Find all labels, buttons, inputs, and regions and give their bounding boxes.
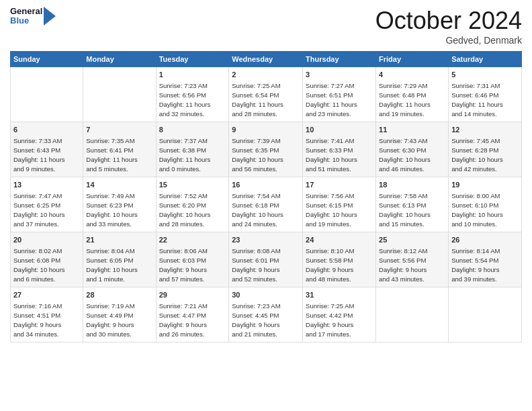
day-number: 21 [86, 235, 152, 245]
svg-marker-0 [44, 7, 56, 26]
day-number: 28 [86, 290, 152, 300]
table-row: 6Sunrise: 7:33 AM Sunset: 6:43 PM Daylig… [11, 122, 83, 177]
day-info: Sunrise: 8:04 AM Sunset: 6:05 PM Dayligh… [86, 246, 152, 283]
month-title: October 2024 [375, 7, 522, 35]
day-number: 7 [86, 125, 152, 135]
table-row [376, 287, 449, 342]
calendar-week-row: 27Sunrise: 7:16 AM Sunset: 4:51 PM Dayli… [11, 287, 522, 342]
day-info: Sunrise: 7:39 AM Sunset: 6:35 PM Dayligh… [232, 136, 300, 173]
col-saturday: Saturday [449, 52, 522, 67]
day-number: 29 [159, 290, 226, 300]
logo-arrow-icon [44, 7, 56, 26]
table-row: 25Sunrise: 8:12 AM Sunset: 5:56 PM Dayli… [376, 232, 449, 287]
day-number: 5 [451, 70, 519, 80]
day-number: 14 [86, 180, 152, 190]
day-info: Sunrise: 7:27 AM Sunset: 6:51 PM Dayligh… [306, 81, 373, 118]
day-number: 17 [306, 180, 373, 190]
col-sunday: Sunday [11, 52, 83, 67]
table-row [449, 287, 522, 342]
calendar: Sunday Monday Tuesday Wednesday Thursday… [10, 51, 522, 342]
day-info: Sunrise: 7:52 AM Sunset: 6:20 PM Dayligh… [159, 191, 226, 228]
table-row: 18Sunrise: 7:58 AM Sunset: 6:13 PM Dayli… [376, 177, 449, 232]
table-row [83, 67, 156, 122]
calendar-header-row: Sunday Monday Tuesday Wednesday Thursday… [11, 52, 522, 67]
title-area: October 2024 Gedved, Denmark [375, 7, 522, 46]
day-number: 26 [451, 235, 519, 245]
table-row: 26Sunrise: 8:14 AM Sunset: 5:54 PM Dayli… [449, 232, 522, 287]
table-row: 2Sunrise: 7:25 AM Sunset: 6:54 PM Daylig… [229, 67, 303, 122]
calendar-week-row: 1Sunrise: 7:23 AM Sunset: 6:56 PM Daylig… [11, 67, 522, 122]
header: General Blue October 2024 Gedved, Denmar… [10, 7, 522, 46]
day-number: 4 [379, 70, 445, 80]
calendar-week-row: 6Sunrise: 7:33 AM Sunset: 6:43 PM Daylig… [11, 122, 522, 177]
table-row: 21Sunrise: 8:04 AM Sunset: 6:05 PM Dayli… [83, 232, 156, 287]
day-info: Sunrise: 7:25 AM Sunset: 6:54 PM Dayligh… [232, 81, 300, 118]
table-row: 24Sunrise: 8:10 AM Sunset: 5:58 PM Dayli… [303, 232, 376, 287]
day-info: Sunrise: 7:33 AM Sunset: 6:43 PM Dayligh… [13, 136, 80, 173]
day-info: Sunrise: 7:21 AM Sunset: 4:47 PM Dayligh… [159, 302, 226, 338]
logo: General Blue [10, 7, 56, 26]
table-row [11, 67, 83, 122]
table-row: 11Sunrise: 7:43 AM Sunset: 6:30 PM Dayli… [376, 122, 449, 177]
day-info: Sunrise: 7:47 AM Sunset: 6:25 PM Dayligh… [13, 191, 80, 228]
day-number: 23 [232, 235, 300, 245]
day-number: 6 [13, 125, 80, 135]
table-row: 14Sunrise: 7:49 AM Sunset: 6:23 PM Dayli… [83, 177, 156, 232]
calendar-body: 1Sunrise: 7:23 AM Sunset: 6:56 PM Daylig… [11, 67, 522, 342]
day-number: 25 [379, 235, 445, 245]
day-info: Sunrise: 8:14 AM Sunset: 5:54 PM Dayligh… [451, 246, 519, 283]
day-number: 12 [451, 125, 519, 135]
table-row: 12Sunrise: 7:45 AM Sunset: 6:28 PM Dayli… [449, 122, 522, 177]
day-number: 3 [306, 70, 373, 80]
table-row: 1Sunrise: 7:23 AM Sunset: 6:56 PM Daylig… [156, 67, 229, 122]
day-number: 9 [232, 125, 300, 135]
day-info: Sunrise: 7:16 AM Sunset: 4:51 PM Dayligh… [13, 302, 80, 338]
day-number: 13 [13, 180, 80, 190]
table-row: 17Sunrise: 7:56 AM Sunset: 6:15 PM Dayli… [303, 177, 376, 232]
table-row: 13Sunrise: 7:47 AM Sunset: 6:25 PM Dayli… [11, 177, 83, 232]
day-number: 30 [232, 290, 300, 300]
day-info: Sunrise: 7:54 AM Sunset: 6:18 PM Dayligh… [232, 191, 300, 228]
day-info: Sunrise: 8:02 AM Sunset: 6:08 PM Dayligh… [13, 246, 80, 283]
table-row: 16Sunrise: 7:54 AM Sunset: 6:18 PM Dayli… [229, 177, 303, 232]
day-info: Sunrise: 7:23 AM Sunset: 6:56 PM Dayligh… [159, 81, 226, 118]
day-info: Sunrise: 7:41 AM Sunset: 6:33 PM Dayligh… [306, 136, 373, 173]
day-number: 27 [13, 290, 80, 300]
calendar-week-row: 20Sunrise: 8:02 AM Sunset: 6:08 PM Dayli… [11, 232, 522, 287]
day-number: 1 [159, 70, 226, 80]
day-info: Sunrise: 7:25 AM Sunset: 4:42 PM Dayligh… [306, 302, 373, 338]
table-row: 9Sunrise: 7:39 AM Sunset: 6:35 PM Daylig… [229, 122, 303, 177]
day-number: 31 [306, 290, 373, 300]
table-row: 28Sunrise: 7:19 AM Sunset: 4:49 PM Dayli… [83, 287, 156, 342]
table-row: 31Sunrise: 7:25 AM Sunset: 4:42 PM Dayli… [303, 287, 376, 342]
day-number: 24 [306, 235, 373, 245]
table-row: 22Sunrise: 8:06 AM Sunset: 6:03 PM Dayli… [156, 232, 229, 287]
day-info: Sunrise: 8:10 AM Sunset: 5:58 PM Dayligh… [306, 246, 373, 283]
logo-blue-text: Blue [10, 16, 42, 26]
day-info: Sunrise: 7:37 AM Sunset: 6:38 PM Dayligh… [159, 136, 226, 173]
table-row: 7Sunrise: 7:35 AM Sunset: 6:41 PM Daylig… [83, 122, 156, 177]
table-row: 15Sunrise: 7:52 AM Sunset: 6:20 PM Dayli… [156, 177, 229, 232]
table-row: 3Sunrise: 7:27 AM Sunset: 6:51 PM Daylig… [303, 67, 376, 122]
calendar-week-row: 13Sunrise: 7:47 AM Sunset: 6:25 PM Dayli… [11, 177, 522, 232]
table-row: 30Sunrise: 7:23 AM Sunset: 4:45 PM Dayli… [229, 287, 303, 342]
day-number: 16 [232, 180, 300, 190]
day-info: Sunrise: 8:06 AM Sunset: 6:03 PM Dayligh… [159, 246, 226, 283]
day-number: 18 [379, 180, 445, 190]
table-row: 19Sunrise: 8:00 AM Sunset: 6:10 PM Dayli… [449, 177, 522, 232]
table-row: 4Sunrise: 7:29 AM Sunset: 6:48 PM Daylig… [376, 67, 449, 122]
table-row: 23Sunrise: 8:08 AM Sunset: 6:01 PM Dayli… [229, 232, 303, 287]
day-info: Sunrise: 7:19 AM Sunset: 4:49 PM Dayligh… [86, 302, 152, 338]
table-row: 20Sunrise: 8:02 AM Sunset: 6:08 PM Dayli… [11, 232, 83, 287]
day-number: 2 [232, 70, 300, 80]
day-number: 11 [379, 125, 445, 135]
location: Gedved, Denmark [375, 35, 522, 46]
day-info: Sunrise: 7:45 AM Sunset: 6:28 PM Dayligh… [451, 136, 519, 173]
day-info: Sunrise: 7:29 AM Sunset: 6:48 PM Dayligh… [379, 81, 445, 118]
day-info: Sunrise: 7:56 AM Sunset: 6:15 PM Dayligh… [306, 191, 373, 228]
table-row: 5Sunrise: 7:31 AM Sunset: 6:46 PM Daylig… [449, 67, 522, 122]
day-number: 10 [306, 125, 373, 135]
day-info: Sunrise: 7:49 AM Sunset: 6:23 PM Dayligh… [86, 191, 152, 228]
day-number: 8 [159, 125, 226, 135]
day-number: 19 [451, 180, 519, 190]
